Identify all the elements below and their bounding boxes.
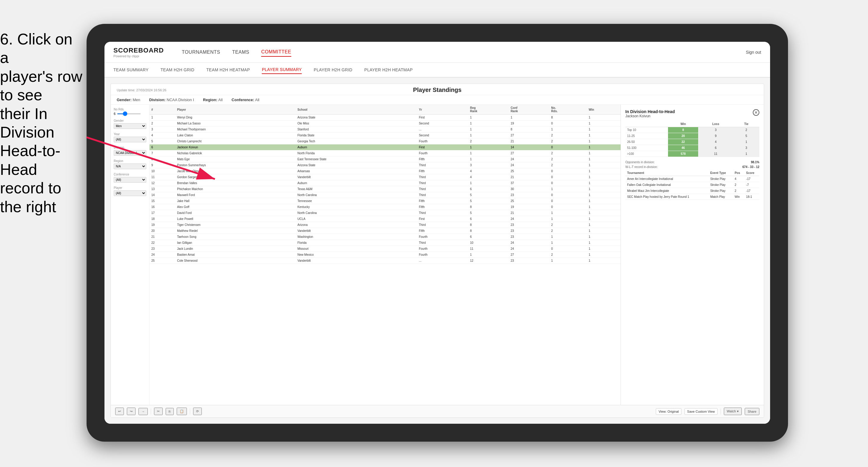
col-rds: No.Rds.	[550, 105, 587, 115]
watch-button[interactable]: Watch ▾	[724, 408, 742, 415]
table-row[interactable]: 20 Matthew Riedel Vanderbilt Fifth 8 23 …	[150, 228, 621, 234]
cell-reg: 10	[468, 240, 509, 246]
cell-player: David Ford	[175, 210, 296, 216]
table-row[interactable]: 19 Tiger Christensen Arizona Third 8 23 …	[150, 222, 621, 228]
cell-yr: First	[417, 115, 468, 121]
cell-num: 5	[150, 138, 175, 145]
logo-main: SCOREBOARD	[114, 46, 164, 54]
cell-reg: 4	[468, 174, 509, 180]
tcol-type: Event Type	[708, 170, 733, 176]
tab-player-h2h-grid[interactable]: PLAYER H2H GRID	[314, 66, 352, 74]
cell-player: Gordon Sargent	[175, 174, 296, 180]
table-row[interactable]: 10 Jacob Mou Olesen Arkansas Fifth 4 25 …	[150, 168, 621, 174]
tab-player-h2h-heatmap[interactable]: PLAYER H2H HEATMAP	[365, 66, 413, 74]
cell-rds: 0	[550, 145, 587, 150]
cell-rds: 0	[550, 246, 587, 252]
table-row[interactable]: 17 David Ford North Carolina Third 5 21 …	[150, 210, 621, 216]
copy-button[interactable]: ⎘	[166, 408, 174, 415]
paste-button[interactable]: 📋	[177, 408, 187, 415]
table-row[interactable]: 22 Ian Gilligan Florida Third 10 24 1 1	[150, 240, 621, 246]
cell-conf: 27	[509, 132, 550, 138]
cell-reg: 1	[468, 252, 509, 258]
table-row[interactable]: 24 Bastien Amat New Mexico Fourth 1 27 2…	[150, 252, 621, 258]
opponents-header: Opponents in division: 98.1%	[625, 160, 760, 164]
table-row[interactable]: 3 Michael Thorbjornsen Stanford ... 1 8 …	[150, 127, 621, 132]
close-button[interactable]: ✕	[753, 109, 760, 116]
gender-select[interactable]: Men	[114, 123, 146, 129]
player-select[interactable]: (All)	[114, 190, 146, 196]
save-custom-button[interactable]: Save Custom View	[684, 408, 718, 415]
cell-rds: 1	[550, 234, 587, 240]
sign-out-link[interactable]: Sign out	[746, 50, 761, 55]
tourney-name: Amer Ari Intercollegiate Invitational	[625, 176, 708, 182]
table-row[interactable]: 15 Jake Hall Tennessee Fifth 5 25 0 1	[150, 198, 621, 204]
cell-player: Jack Lundin	[175, 246, 296, 252]
table-row[interactable]: 2 Michael La Sasso Ole Miss Second 1 19 …	[150, 121, 621, 127]
nav-tournaments[interactable]: TOURNAMENTS	[182, 48, 220, 56]
table-row[interactable]: 16 Alex Goff Kentucky Fifth 8 19 0 1	[150, 204, 621, 210]
table-row[interactable]: 21 Taehoon Song Washington Fourth 6 23 1…	[150, 234, 621, 240]
h2h-tie: 3	[733, 145, 760, 151]
forward-button[interactable]: →	[138, 408, 148, 415]
tab-player-summary[interactable]: PLAYER SUMMARY	[262, 66, 302, 74]
tablet-screen: SCOREBOARD Powered by clippi TOURNAMENTS…	[104, 42, 770, 424]
table-row[interactable]: 12 Brendan Valles Auburn Third 1 37 0 1	[150, 180, 621, 186]
cell-num: 12	[150, 180, 175, 186]
cell-win: 1	[587, 145, 621, 150]
cell-conf: 23	[509, 192, 550, 198]
cell-player: Jackson Koivun	[175, 145, 296, 150]
h2h-loss: 6	[698, 145, 733, 151]
year-select[interactable]: (All)	[114, 137, 146, 142]
cell-school: Stanford	[296, 127, 417, 132]
h2h-row: Top 10 8 3 2	[625, 127, 760, 133]
h2h-win: 8	[668, 127, 698, 133]
panel-header: In Division Head-to-Head Jackson Koivun …	[625, 109, 760, 118]
tourney-pos: 2	[733, 188, 744, 194]
table-row[interactable]: 14 Maxwell Ford North Carolina Third 5 2…	[150, 192, 621, 198]
table-row[interactable]: 4 Luke Claton Florida State Second 1 27 …	[150, 132, 621, 138]
conference-select[interactable]: (All)	[114, 177, 146, 183]
h2h-loss: 11	[698, 151, 733, 157]
undo-button[interactable]: ↩	[115, 408, 124, 415]
share-button[interactable]: Share	[745, 408, 760, 415]
h2h-row: 11-25 20 9 5	[625, 133, 760, 139]
cell-yr: Third	[417, 222, 468, 228]
table-row[interactable]: 5 Christo Lamprecht Georgia Tech Fourth …	[150, 138, 621, 145]
table-row[interactable]: 6 Jackson Koivun Auburn First 1 14 0 1	[150, 145, 621, 150]
cell-player: Wenyi Ding	[175, 115, 296, 121]
region-select[interactable]: N/A	[114, 163, 146, 169]
table-row[interactable]: 1 Wenyi Ding Arizona State First 1 1 8 1	[150, 115, 621, 121]
table-row[interactable]: 9 Preston Summerhays Arizona State Third…	[150, 162, 621, 168]
cell-school: North Carolina	[296, 210, 417, 216]
table-row[interactable]: 7 Nicholas Gabrelcik North Florida Fourt…	[150, 150, 621, 156]
tab-team-h2h-heatmap[interactable]: TEAM H2H HEATMAP	[206, 66, 250, 74]
cell-reg: 1	[468, 127, 509, 132]
player-table: # Player School Yr RegRank ConfRank No.R…	[150, 105, 621, 264]
view-original-button[interactable]: View: Original	[656, 408, 681, 415]
table-row[interactable]: 13 Phichaksn Maichon Texas A&M Third 6 3…	[150, 186, 621, 192]
refresh-button[interactable]: ⟳	[193, 408, 202, 415]
redo-button[interactable]: ↪	[127, 408, 135, 415]
nav-committee[interactable]: COMMITTEE	[261, 48, 291, 57]
region-filter: Region: All	[203, 98, 223, 102]
no-rds-slider[interactable]	[117, 114, 141, 114]
year-sidebar-section: Year (All)	[114, 132, 146, 142]
nav-teams[interactable]: TEAMS	[232, 48, 250, 56]
tournament-row: SEC Match Play hosted by Jerry Pate Roun…	[625, 194, 760, 200]
cut-button[interactable]: ✂	[154, 408, 163, 415]
cell-school: Arizona State	[296, 162, 417, 168]
h2h-header-row: Win Loss Tie	[625, 121, 760, 127]
tab-team-summary[interactable]: TEAM SUMMARY	[114, 66, 149, 74]
cell-reg: 6	[468, 186, 509, 192]
tournament-row: Fallen Oak Collegiate Invitational Strok…	[625, 182, 760, 188]
table-row[interactable]: 23 Jack Lundin Missouri Fourth 11 24 0 1	[150, 246, 621, 252]
table-row[interactable]: 18 Luke Powell UCLA First 6 24 1 1	[150, 216, 621, 222]
tab-team-h2h-grid[interactable]: TEAM H2H GRID	[161, 66, 195, 74]
table-row[interactable]: 8 Mats Ege East Tennessee State Fifth 1 …	[150, 156, 621, 162]
table-row[interactable]: 11 Gordon Sargent Vanderbilt Third 4 21 …	[150, 174, 621, 180]
table-row[interactable]: 25 Cole Sherwood Vanderbilt ... 12 23 1 …	[150, 258, 621, 264]
cell-num: 15	[150, 198, 175, 204]
h2h-tie: 2	[733, 127, 760, 133]
cell-school: North Carolina	[296, 192, 417, 198]
division-select[interactable]: NCAA Division I	[114, 150, 146, 156]
